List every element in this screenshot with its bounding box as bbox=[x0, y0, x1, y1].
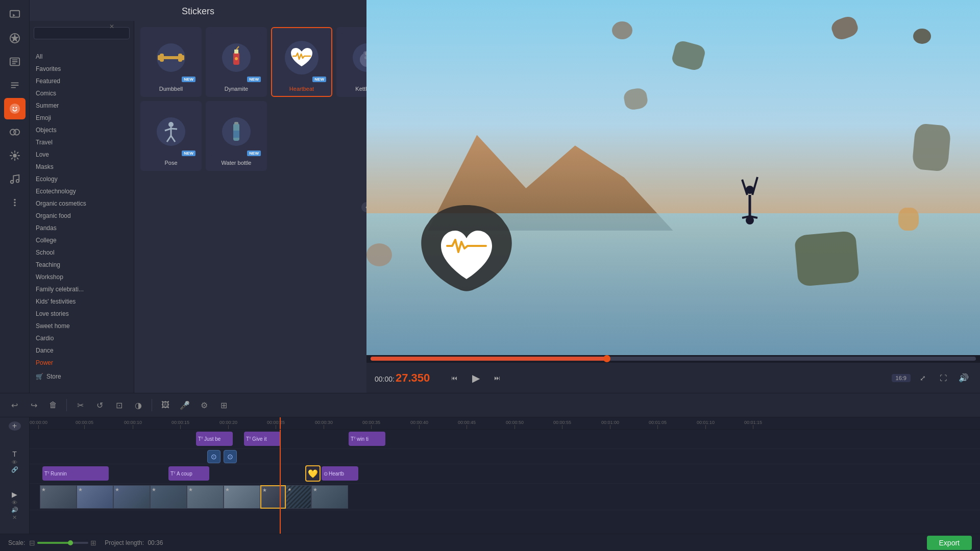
category-love-stories[interactable]: Love stories bbox=[30, 308, 134, 320]
video-thumb-7-selected[interactable]: ★ bbox=[260, 485, 286, 509]
track-visibility-2-icon[interactable]: 👁 bbox=[12, 499, 17, 506]
category-comics[interactable]: Comics bbox=[30, 87, 134, 99]
sticker-dynamite[interactable]: NEW Dynamite bbox=[206, 27, 267, 97]
category-objects[interactable]: Objects bbox=[30, 124, 134, 136]
video-thumb-8[interactable]: ★ bbox=[286, 485, 311, 509]
category-dance[interactable]: Dance bbox=[30, 344, 134, 357]
scale-slider[interactable] bbox=[37, 542, 88, 544]
sticker-heartbeat[interactable]: NEW Heartbeat bbox=[271, 27, 332, 97]
titles-icon[interactable] bbox=[4, 51, 26, 72]
category-organic-food[interactable]: Organic food bbox=[30, 210, 134, 222]
track-video-icon[interactable]: ▶ bbox=[12, 490, 17, 498]
category-family[interactable]: Family celebrati... bbox=[30, 283, 134, 295]
category-ecology[interactable]: Ecology bbox=[30, 173, 134, 185]
video-thumb-1[interactable]: ★ bbox=[40, 485, 77, 509]
effects-icon[interactable] bbox=[4, 28, 26, 49]
search-clear-icon[interactable]: ✕ bbox=[109, 23, 114, 30]
export-button[interactable]: Export bbox=[927, 536, 972, 550]
category-pandas[interactable]: Pandas bbox=[30, 222, 134, 234]
category-teaching[interactable]: Teaching bbox=[30, 259, 134, 271]
clip-runnin[interactable]: Tᵀ Runnin bbox=[42, 466, 109, 481]
cut-button[interactable]: ✂ bbox=[72, 397, 88, 413]
category-all[interactable]: All bbox=[30, 51, 134, 63]
video-progress-handle[interactable] bbox=[603, 355, 610, 362]
video-thumb-6[interactable]: ★ bbox=[224, 485, 260, 509]
clip-just-be[interactable]: Tᵀ Just be bbox=[196, 432, 233, 446]
delete-button[interactable]: 🗑 bbox=[45, 397, 61, 413]
clip-a-coup[interactable]: Tᵀ A coup bbox=[168, 466, 209, 481]
add-track-button[interactable]: + bbox=[9, 421, 21, 431]
video-thumb-9[interactable]: ★ bbox=[311, 485, 348, 509]
track-visibility-icon[interactable]: 👁 bbox=[12, 459, 17, 465]
sticker-dumbbell[interactable]: NEW Dumbbell bbox=[140, 27, 202, 97]
category-travel[interactable]: Travel bbox=[30, 136, 134, 148]
category-power[interactable]: Power bbox=[30, 357, 134, 369]
settings-button[interactable]: ⚙ bbox=[196, 397, 212, 413]
clip-heartb[interactable]: ⊙ Heartb bbox=[322, 466, 358, 481]
aspect-ratio-button[interactable]: 16:9 bbox=[892, 374, 911, 382]
store-button[interactable]: 🛒 Store bbox=[30, 369, 134, 384]
panel-collapse-button[interactable]: ‹ bbox=[361, 202, 366, 212]
category-organic-cosmetics[interactable]: Organic cosmetics bbox=[30, 197, 134, 210]
video-preview[interactable] bbox=[366, 0, 980, 355]
video-thumb-4[interactable]: ★ bbox=[150, 485, 187, 509]
video-progress-bar-container[interactable] bbox=[366, 355, 980, 362]
track-audio-icon[interactable]: 🔊 bbox=[11, 507, 18, 513]
category-sweet-home[interactable]: Sweet home bbox=[30, 320, 134, 332]
sticker-water-bottle[interactable]: NEW Water bottle bbox=[206, 101, 267, 171]
category-ecotechnology[interactable]: Ecotechnology bbox=[30, 185, 134, 197]
track-lock-icon[interactable]: 🔗 bbox=[11, 466, 18, 473]
sticker-pose[interactable]: NEW Pose bbox=[140, 101, 202, 171]
video-thumb-5[interactable]: ★ bbox=[187, 485, 224, 509]
crop-button[interactable]: ⊡ bbox=[111, 397, 127, 413]
scale-grow-icon[interactable]: ⊞ bbox=[90, 539, 96, 547]
audio-icon[interactable] bbox=[4, 168, 26, 190]
skip-back-button[interactable]: ⏮ bbox=[446, 370, 462, 386]
video-thumb-2[interactable]: ★ bbox=[77, 485, 113, 509]
image-button[interactable]: 🖼 bbox=[157, 397, 174, 413]
color-button[interactable]: ◑ bbox=[130, 397, 146, 413]
redo-button[interactable]: ↪ bbox=[26, 397, 42, 413]
category-emoji[interactable]: Emoji bbox=[30, 112, 134, 124]
scale-handle[interactable] bbox=[68, 540, 73, 545]
play-pause-button[interactable]: ▶ bbox=[467, 369, 485, 387]
category-school[interactable]: School bbox=[30, 246, 134, 259]
more-icon[interactable] bbox=[4, 192, 26, 213]
scale-shrink-icon[interactable]: ⊟ bbox=[29, 539, 35, 547]
ruler-mark-65: 00:01:05 bbox=[649, 420, 667, 429]
media-icon[interactable] bbox=[4, 4, 26, 26]
video-progress-bar[interactable] bbox=[371, 357, 976, 361]
category-favorites[interactable]: Favorites bbox=[30, 63, 134, 75]
fullscreen-expand-icon[interactable]: ⤢ bbox=[915, 370, 931, 386]
clip-give-it[interactable]: Tᵀ Give it bbox=[244, 432, 281, 446]
category-love[interactable]: Love bbox=[30, 148, 134, 161]
sticker-clip-2[interactable]: ⊙ bbox=[224, 450, 237, 463]
volume-button[interactable]: 🔊 bbox=[955, 370, 972, 386]
sticker-clip-1[interactable]: ⊙ bbox=[207, 450, 220, 463]
track-lock-2-icon[interactable]: ✕ bbox=[12, 514, 17, 521]
svg-rect-0 bbox=[10, 11, 19, 17]
search-input[interactable] bbox=[34, 27, 130, 39]
sticker-kettlebell[interactable]: NEW Kettlebell bbox=[336, 27, 366, 97]
category-cardio[interactable]: Cardio bbox=[30, 332, 134, 344]
undo-button[interactable]: ↩ bbox=[6, 397, 22, 413]
category-masks[interactable]: Masks bbox=[30, 161, 134, 173]
track-text-icon[interactable]: T bbox=[12, 450, 17, 458]
mic-button[interactable]: 🎤 bbox=[177, 397, 193, 413]
category-featured[interactable]: Featured bbox=[30, 75, 134, 87]
fullscreen-button[interactable]: ⛶ bbox=[935, 370, 951, 386]
clip-win-ti[interactable]: Tᵀ win ti bbox=[349, 432, 385, 446]
transitions-icon[interactable] bbox=[4, 121, 26, 143]
text-icon[interactable] bbox=[4, 74, 26, 96]
skip-forward-button[interactable]: ⏭ bbox=[489, 370, 505, 386]
restore-button[interactable]: ↺ bbox=[91, 397, 108, 413]
filters-icon[interactable] bbox=[4, 145, 26, 166]
category-summer[interactable]: Summer bbox=[30, 99, 134, 112]
category-kids[interactable]: Kids' festivities bbox=[30, 295, 134, 308]
stickers-icon[interactable] bbox=[4, 98, 26, 119]
clip-heartbeat-sticker[interactable]: 💛 bbox=[305, 465, 321, 482]
category-workshop[interactable]: Workshop bbox=[30, 271, 134, 283]
category-college[interactable]: College bbox=[30, 234, 134, 246]
adjust-button[interactable]: ⊞ bbox=[215, 397, 232, 413]
video-thumb-3[interactable]: ★ bbox=[113, 485, 150, 509]
